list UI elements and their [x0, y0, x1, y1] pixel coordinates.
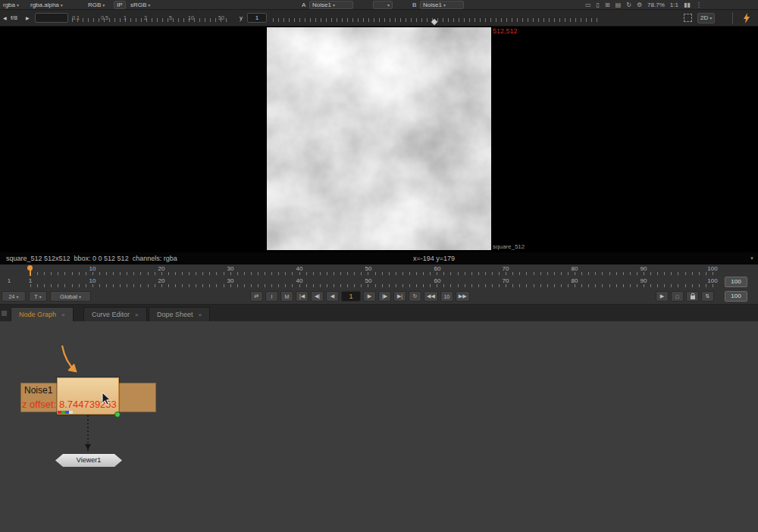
- transport-right-icons: ▶ □ ⇅: [656, 291, 714, 302]
- tick-label: 1: [29, 277, 32, 284]
- mark-button[interactable]: M: [280, 291, 293, 302]
- chevron-down-icon: ▾: [102, 3, 105, 8]
- gain-tick-label: 5: [169, 15, 172, 20]
- grid-icon[interactable]: ⊞: [605, 2, 610, 8]
- in-point-button[interactable]: I: [265, 291, 278, 302]
- roi-icon[interactable]: [684, 14, 692, 22]
- node-name-label: Noise1: [24, 385, 52, 396]
- chevron-down-icon: ▾: [39, 294, 42, 299]
- toolbar-divider: [732, 12, 733, 24]
- monitor-icon[interactable]: ▭: [585, 2, 591, 8]
- tab-curve-editor[interactable]: Curve Editor×: [83, 307, 147, 321]
- input-b-dropdown[interactable]: Noise1▾: [420, 1, 464, 9]
- tick-label: 100: [707, 265, 717, 272]
- viewer-node[interactable]: Viewer1: [55, 454, 122, 467]
- pause-icon[interactable]: ▮▮: [684, 2, 691, 8]
- gamma-input[interactable]: 1: [247, 13, 267, 23]
- range-end-field[interactable]: 100: [725, 277, 747, 287]
- input-process-toggle[interactable]: IP: [114, 1, 126, 9]
- chevron-down-icon: ▾: [61, 3, 63, 8]
- panel-tab-bar: Node Graph× Curve Editor× Dope Sheet×: [0, 305, 758, 321]
- lightning-icon[interactable]: [743, 13, 750, 25]
- panel-handle-icon[interactable]: [2, 311, 7, 316]
- fit-range-icon[interactable]: ⇅: [701, 291, 714, 302]
- tick-label: 100: [707, 277, 717, 284]
- gain-input[interactable]: [35, 13, 68, 23]
- playback-mode-icon[interactable]: ▶: [656, 291, 669, 302]
- time-format-dropdown[interactable]: T▾: [29, 291, 47, 302]
- ruler-ticks: [30, 272, 716, 275]
- cursor-position: x=-194 y=179: [413, 252, 455, 264]
- lock-icon[interactable]: [686, 291, 699, 302]
- last-frame-button[interactable]: ▶|: [393, 291, 406, 302]
- node-value-readout: z offset: 8.744739253: [22, 399, 117, 410]
- tab-node-graph[interactable]: Node Graph×: [11, 307, 74, 321]
- node-graph-overlay: [0, 321, 758, 532]
- frame-ruler-global[interactable]: 1 10 20 30 40 50 60 70 80 90 100: [0, 264, 758, 277]
- gain-slider[interactable]: 0.1 0.5 1 2 5 10 50: [72, 22, 231, 23]
- tick-label: 90: [641, 265, 647, 272]
- gear-icon[interactable]: ⚙: [637, 2, 642, 8]
- input-a-label: A: [302, 0, 305, 10]
- gain-tick-label: 10: [188, 15, 194, 20]
- current-frame-field[interactable]: 1: [341, 291, 361, 302]
- play-forward-button[interactable]: ▶: [363, 291, 376, 302]
- replay-icon[interactable]: ↻: [409, 291, 421, 302]
- transport-controls: ⇄ I M |◀ ◀| ◀ 1 ▶ |▶ ▶| ↻ ◀◀ 10 ▶▶: [250, 291, 470, 302]
- colorspace-dropdown[interactable]: sRGB▾: [130, 0, 150, 10]
- range-end-field[interactable]: 100: [725, 291, 747, 302]
- prev-keyframe-button[interactable]: ◀|: [311, 291, 324, 302]
- fstop-value: f/8: [11, 14, 17, 21]
- chevron-down-icon: ▾: [333, 3, 335, 8]
- overflow-menu-icon[interactable]: ⋮: [696, 2, 702, 8]
- chevron-down-icon: ▾: [148, 3, 150, 8]
- viewer-status-bar: square_512 512x512 bbox: 0 0 512 512 cha…: [0, 252, 758, 264]
- blank-dropdown[interactable]: ▾: [373, 1, 393, 9]
- stop-icon[interactable]: □: [671, 291, 684, 302]
- gain-tick-label: 0.5: [101, 15, 108, 20]
- close-icon[interactable]: ×: [61, 311, 65, 318]
- first-frame-button[interactable]: |◀: [296, 291, 309, 302]
- channel-strip: [58, 411, 73, 414]
- menu-icon[interactable]: ▤: [615, 2, 622, 8]
- display-channels-dropdown[interactable]: RGB▾: [88, 0, 105, 10]
- step-forward-button[interactable]: ▶▶: [456, 291, 470, 302]
- resolution-label: 512,512: [493, 27, 518, 35]
- viewer-canvas[interactable]: 512,512 square_512: [0, 27, 758, 252]
- step-back-button[interactable]: ◀◀: [424, 291, 438, 302]
- close-icon[interactable]: ×: [135, 311, 139, 318]
- node-graph-panel[interactable]: Noise1 z offset: 8.744739253 Viewer1: [0, 321, 758, 532]
- channels-dropdown[interactable]: rgba▾: [3, 0, 19, 10]
- fstop-next-button[interactable]: ▶: [26, 15, 30, 20]
- range-mode-dropdown[interactable]: Global▾: [50, 291, 91, 302]
- frame-increment-field[interactable]: 10: [440, 291, 453, 302]
- sync-icon[interactable]: ↻: [626, 2, 631, 8]
- chevron-down-icon: ▾: [79, 294, 81, 299]
- tick-label: 80: [572, 277, 578, 284]
- chevron-down-icon: ▾: [17, 3, 19, 8]
- fps-dropdown[interactable]: 24▾: [2, 291, 26, 302]
- tick-label: 80: [572, 265, 578, 272]
- tick-label: 30: [227, 277, 234, 284]
- view-mode-dropdown[interactable]: 2D▾: [697, 13, 715, 23]
- panel-icon[interactable]: ▯: [597, 2, 600, 8]
- play-backward-button[interactable]: ◀: [326, 291, 339, 302]
- noise-image: [267, 27, 491, 250]
- nuke-window: rgba▾ rgba.alpha▾ RGB▾ IP sRGB▾ A Noise1…: [0, 0, 758, 532]
- layer-dropdown[interactable]: rgba.alpha▾: [30, 0, 63, 10]
- next-keyframe-button[interactable]: |▶: [378, 291, 391, 302]
- chevron-down-icon: ▾: [443, 3, 446, 8]
- range-start-label: 1: [8, 277, 11, 284]
- loop-mode-icon[interactable]: ⇄: [250, 291, 263, 302]
- scroll-down-icon[interactable]: ▼: [750, 252, 754, 264]
- transport-bar: 24▾ T▾ Global▾ ⇄ I M |◀ ◀| ◀ 1 ▶ |▶ ▶| ↻…: [0, 289, 758, 305]
- gamma-slider[interactable]: [273, 22, 597, 23]
- tick-label: 70: [503, 277, 509, 284]
- input-a-dropdown[interactable]: Noise1▾: [309, 1, 353, 9]
- fstop-prev-button[interactable]: ◀: [3, 15, 7, 20]
- frame-ruler-viewer[interactable]: 1 1 10 20 30 40 50 60 70 80 90 100 100: [0, 277, 758, 289]
- tick-label: 70: [503, 265, 509, 272]
- close-icon[interactable]: ×: [199, 311, 202, 318]
- tab-dope-sheet[interactable]: Dope Sheet×: [149, 307, 210, 321]
- ruler-ticks: [30, 284, 716, 287]
